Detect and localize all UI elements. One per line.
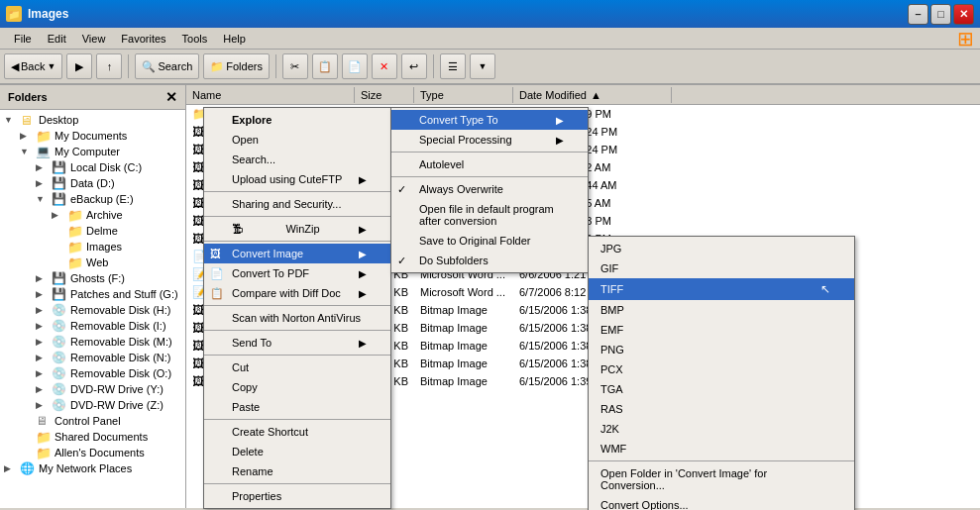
paste-button[interactable]: 📄 <box>342 53 368 79</box>
ctx-convert-image[interactable]: 🖼 Convert Image ▶ <box>204 244 390 263</box>
sort-asc-icon: ▲ <box>591 89 601 101</box>
sidebar-item-remi[interactable]: ▶ 💿 Removable Disk (I:) <box>0 318 185 334</box>
submenu1-save-original[interactable]: Save to Original Folder <box>391 231 588 251</box>
sidebar-item-patches[interactable]: ▶ 💾 Patches and Stuff (G:) <box>0 286 185 302</box>
menu-bar: File Edit View Favorites Tools Help ⊞ <box>0 28 980 50</box>
submenu2-gif[interactable]: GIF <box>589 258 854 278</box>
submenu2-pcx[interactable]: PCX <box>589 359 854 379</box>
sidebar-item-remn[interactable]: ▶ 💿 Removable Disk (N:) <box>0 350 185 365</box>
sidebar-item-web[interactable]: 📁 Web <box>0 255 185 270</box>
ctx-open[interactable]: Open <box>204 130 390 150</box>
title-bar: 📁 Images – □ ✕ <box>0 0 980 28</box>
sidebar-item-desktop[interactable]: ▼ 🖥 Desktop <box>0 112 185 128</box>
minimize-button[interactable]: – <box>908 4 928 25</box>
submenu1-open-default[interactable]: Open file in default program after conve… <box>391 199 588 231</box>
menu-tools[interactable]: Tools <box>174 31 216 47</box>
submenu2-emf[interactable]: EMF <box>589 320 854 340</box>
sidebar-item-ghosts[interactable]: ▶ 💾 Ghosts (F:) <box>0 270 185 286</box>
col-type[interactable]: Type <box>414 87 513 103</box>
toolbar-separator-2 <box>275 54 276 78</box>
sidebar-item-mycomputer[interactable]: ▼ 💻 My Computer <box>0 144 185 159</box>
menu-favorites[interactable]: Favorites <box>113 31 173 47</box>
ctx-norton[interactable]: Scan with Norton AntiVirus <box>204 308 390 328</box>
maximize-button[interactable]: □ <box>930 4 951 25</box>
forward-button[interactable]: ▶ <box>66 53 92 79</box>
ctx-upload[interactable]: Upload using CuteFTP ▶ <box>204 169 390 189</box>
ctx-cut[interactable]: Cut <box>204 357 390 377</box>
copy-file-button[interactable]: 📋 <box>312 53 338 79</box>
sidebar-item-mydocuments[interactable]: ▶ 📁 My Documents <box>0 128 185 144</box>
sidebar-item-remh[interactable]: ▶ 💿 Removable Disk (H:) <box>0 302 185 318</box>
ctx-compare-arrow: ▶ <box>359 288 367 299</box>
ctx-copy[interactable]: Copy <box>204 377 390 397</box>
submenu1-always-overwrite[interactable]: ✓ Always Overwrite <box>391 179 588 199</box>
views-button[interactable]: ☰ <box>440 53 466 79</box>
submenu2-png[interactable]: PNG <box>589 340 854 359</box>
submenu1-special-arrow: ▶ <box>556 135 564 146</box>
submenu2-j2k[interactable]: J2K <box>589 419 854 439</box>
sidebar-item-remm[interactable]: ▶ 💿 Removable Disk (M:) <box>0 334 185 350</box>
ctx-convert-pdf[interactable]: 📄 Convert To PDF ▶ <box>204 263 390 283</box>
sidebar-item-localc[interactable]: ▶ 💾 Local Disk (C:) <box>0 159 185 175</box>
move-button[interactable]: ✂ <box>282 53 308 79</box>
sidebar-item-controlpanel[interactable]: 🖥 Control Panel <box>0 413 185 429</box>
undo-button[interactable]: ↩ <box>401 53 427 79</box>
sidebar-item-dvdy[interactable]: ▶ 💿 DVD-RW Drive (Y:) <box>0 381 185 397</box>
tree-label-remn: Removable Disk (N:) <box>70 352 170 363</box>
views-arrow[interactable]: ▼ <box>470 53 495 79</box>
submenu1-special[interactable]: Special Processing ▶ <box>391 130 588 150</box>
submenu2-wmf[interactable]: WMF <box>589 439 854 459</box>
ctx-delete[interactable]: Delete <box>204 442 390 461</box>
close-button[interactable]: ✕ <box>953 4 974 25</box>
submenu2-bmp[interactable]: BMP <box>589 300 854 320</box>
menu-file[interactable]: File <box>6 31 40 47</box>
sidebar-item-images[interactable]: 📁 Images <box>0 239 185 255</box>
sidebar-item-ebackup[interactable]: ▼ 💾 eBackup (E:) <box>0 191 185 207</box>
col-name[interactable]: Name <box>186 87 355 103</box>
menu-help[interactable]: Help <box>215 31 254 47</box>
sidebar-item-mynetworkplaces[interactable]: ▶ 🌐 My Network Places <box>0 460 185 476</box>
ctx-rename[interactable]: Rename <box>204 461 390 481</box>
sidebar-header: Folders ✕ <box>0 85 185 110</box>
sidebar-item-archive[interactable]: ▶ 📁 Archive <box>0 207 185 223</box>
ctx-explore[interactable]: Explore <box>204 110 390 130</box>
back-button[interactable]: ◀ Back ▼ <box>4 53 62 79</box>
allensdocs-icon: 📁 <box>36 446 52 459</box>
sidebar-close-button[interactable]: ✕ <box>165 89 177 105</box>
col-size[interactable]: Size <box>355 87 414 103</box>
ctx-properties[interactable]: Properties <box>204 486 390 506</box>
submenu2-tga[interactable]: TGA <box>589 379 854 399</box>
submenu2-ras[interactable]: RAS <box>589 399 854 419</box>
search-button[interactable]: 🔍 Search <box>135 53 199 79</box>
remh-icon: 💿 <box>52 303 67 317</box>
delete-file-button[interactable]: ✕ <box>372 53 397 79</box>
ctx-sendto[interactable]: Send To ▶ <box>204 333 390 353</box>
submenu2-jpg[interactable]: JPG <box>589 239 854 258</box>
menu-view[interactable]: View <box>74 31 114 47</box>
tree-label-ebackup: eBackup (E:) <box>70 193 134 205</box>
submenu1-do-subfolders[interactable]: ✓ Do Subfolders <box>391 251 588 270</box>
ctx-compare[interactable]: 📋 Compare with Diff Doc ▶ <box>204 283 390 303</box>
submenu1-autolevel[interactable]: Autolevel <box>391 154 588 174</box>
ctx-sep3 <box>204 241 390 242</box>
sidebar-item-shareddocs[interactable]: 📁 Shared Documents <box>0 429 185 445</box>
ctx-winzip[interactable]: 🗜 WinZip ▶ <box>204 219 390 239</box>
ctx-sharing[interactable]: Sharing and Security... <box>204 194 390 214</box>
menu-edit[interactable]: Edit <box>40 31 74 47</box>
submenu2-convert-options[interactable]: Convert Options... <box>589 495 854 510</box>
submenu2-tiff[interactable]: TIFF ↖ <box>589 278 854 300</box>
ctx-search[interactable]: Search... <box>204 150 390 169</box>
sidebar-item-remo[interactable]: ▶ 💿 Removable Disk (O:) <box>0 365 185 381</box>
submenu1-convert-type[interactable]: Convert Type To ▶ <box>391 110 588 130</box>
submenu2-open-folder[interactable]: Open Folder in 'Convert Image' for Conve… <box>589 463 854 495</box>
sidebar-item-datad[interactable]: ▶ 💾 Data (D:) <box>0 175 185 191</box>
file-type: Bitmap Image <box>414 357 513 369</box>
sidebar-item-allensdocs[interactable]: 📁 Allen's Documents <box>0 445 185 460</box>
folders-button[interactable]: 📁 Folders <box>203 53 270 79</box>
ctx-paste[interactable]: Paste <box>204 397 390 417</box>
col-date[interactable]: Date Modified ▲ <box>513 87 672 103</box>
ctx-create-shortcut[interactable]: Create Shortcut <box>204 422 390 442</box>
sidebar-item-dvdz[interactable]: ▶ 💿 DVD-RW Drive (Z:) <box>0 397 185 413</box>
up-button[interactable]: ↑ <box>96 53 122 79</box>
sidebar-item-delme[interactable]: 📁 Delme <box>0 223 185 239</box>
